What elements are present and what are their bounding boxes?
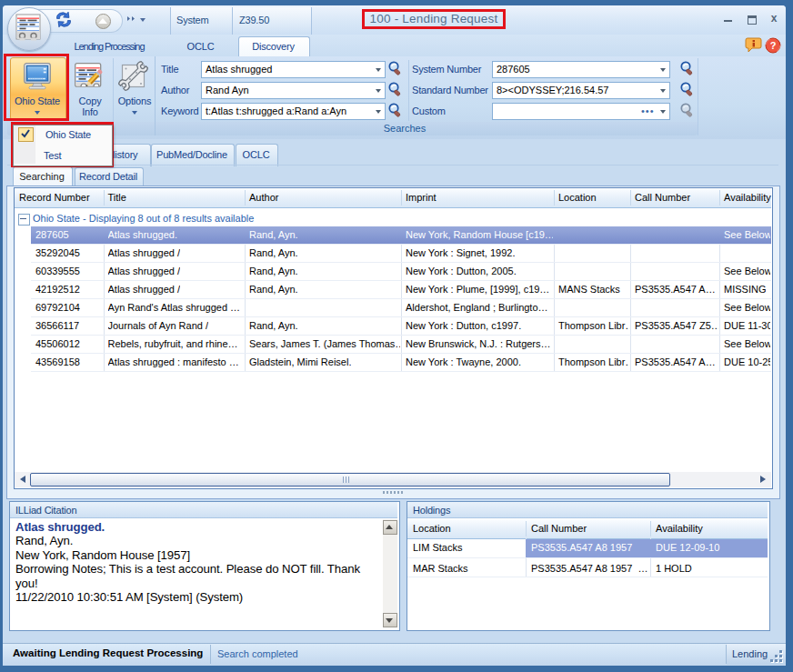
svg-text:?: ? — [770, 40, 777, 51]
